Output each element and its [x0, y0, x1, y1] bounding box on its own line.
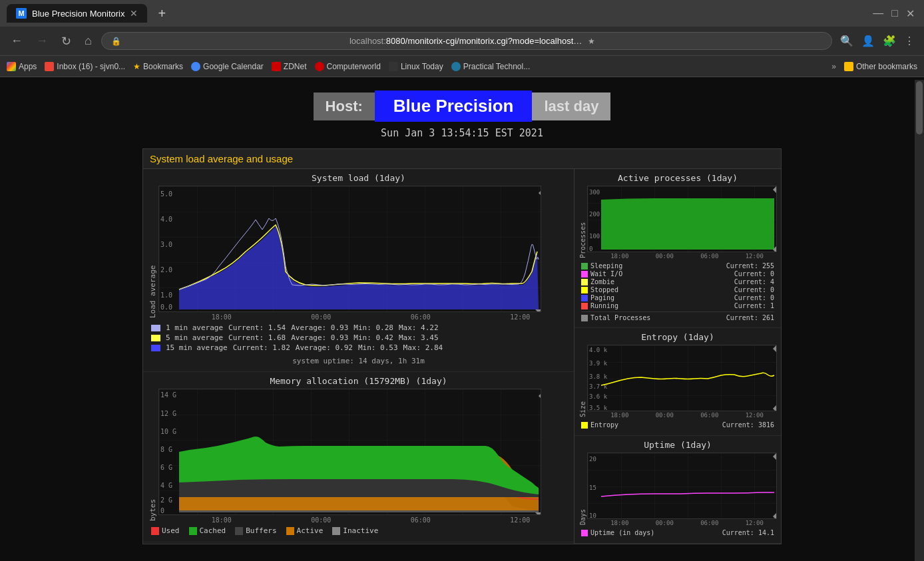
close-window-button[interactable]: ✕: [903, 5, 917, 23]
legend-15min-max: Max: 2.84: [403, 343, 443, 352]
memory-legend: Used Cached Buffers: [147, 524, 570, 538]
bookmark-apps[interactable]: Apps: [7, 62, 37, 71]
back-button[interactable]: ←: [7, 31, 27, 51]
scrollbar[interactable]: [915, 80, 924, 561]
folder-icon: [844, 62, 853, 71]
other-bookmarks[interactable]: Other bookmarks: [844, 62, 917, 71]
proc-total-label: Total Processes: [590, 314, 650, 321]
forward-button[interactable]: →: [32, 31, 52, 51]
svg-text:12 G: 12 G: [160, 410, 176, 417]
entropy-row: Entropy Current: 3816: [581, 421, 774, 429]
system-load-title: System load (1day): [147, 173, 570, 183]
tab-close-button[interactable]: ✕: [130, 8, 138, 19]
svg-text:10 G: 10 G: [160, 428, 176, 435]
svg-text:3.6 k: 3.6 k: [589, 393, 608, 400]
mem-active-color: [286, 527, 294, 535]
mem-legend-buffers: Buffers: [235, 526, 276, 535]
proc-running-row: Running Current: 1: [581, 302, 774, 309]
proc-x-0000: 00:00: [656, 253, 674, 260]
proc-zombie-row: Zombie Current: 4: [581, 278, 774, 285]
bookmark-cw[interactable]: Computerworld: [315, 62, 381, 71]
bookmark-linux[interactable]: Linux Today: [389, 62, 443, 71]
active-tab[interactable]: M Blue Precision Monitorix ✕: [7, 4, 147, 23]
mem-inactive-color: [332, 527, 340, 535]
proc-waitio-row: Wait I/O Current: 0: [581, 270, 774, 278]
legend-15min-color: [151, 345, 160, 351]
svg-text:1.0: 1.0: [160, 291, 172, 299]
bookmark-gcal[interactable]: Google Calendar: [191, 62, 264, 71]
entropy-color: [581, 422, 588, 429]
entropy-x-1800: 18:00: [610, 412, 628, 419]
dashboard: System load average and usage System loa…: [142, 148, 782, 544]
bookmarks-bar: Apps Inbox (16) - sjvn0... ★ Bookmarks G…: [0, 56, 924, 77]
section-title: System load average and usage: [143, 149, 781, 169]
bookmark-bookmarks[interactable]: ★ Bookmarks: [133, 62, 183, 71]
extensions-icon[interactable]: 🧩: [880, 32, 899, 50]
search-icon[interactable]: 🔍: [837, 32, 856, 50]
proc-sleeping-color: [581, 263, 588, 270]
host-period: last day: [532, 93, 610, 120]
mem-buffers-label: Buffers: [246, 526, 276, 535]
entropy-ylabel: Size: [578, 345, 587, 419]
mem-inactive-label: Inactive: [343, 526, 378, 535]
svg-text:6 G: 6 G: [160, 464, 172, 471]
svg-text:0: 0: [589, 246, 592, 252]
linux-icon: [389, 62, 398, 71]
maximize-button[interactable]: □: [889, 5, 901, 22]
entropy-chart: Entropy (1day) Size 4.0 k 3.9 k: [575, 328, 781, 436]
processes-svg: 300 200 100 0: [587, 186, 777, 252]
svg-text:3.5 k: 3.5 k: [589, 405, 608, 411]
processes-ylabel: Processes: [578, 186, 587, 260]
host-title: Host: Blue Precision last day: [314, 91, 611, 122]
minimize-button[interactable]: —: [870, 5, 886, 22]
active-processes-chart: Active processes (1day) Processes: [575, 169, 781, 328]
host-name: Blue Precision: [375, 91, 533, 122]
proc-x-0600: 06:00: [700, 253, 718, 260]
svg-text:2 G: 2 G: [160, 496, 172, 504]
mem-legend-used: Used: [151, 526, 180, 535]
new-tab-button[interactable]: +: [152, 6, 171, 21]
mem-x-1800: 18:00: [212, 516, 232, 524]
address-protocol: localhost:: [349, 36, 386, 46]
reload-button[interactable]: ↻: [57, 31, 75, 51]
system-load-legend: 1 min average Current: 1.54 Average: 0.9…: [147, 321, 570, 355]
legend-1min-current: Current: 1.54: [228, 323, 286, 332]
uptime-text: system uptime: 14 days, 1h 31m: [147, 355, 570, 367]
menu-icon[interactable]: ⋮: [901, 32, 917, 50]
proc-x-1200: 12:00: [746, 253, 764, 260]
proc-paging-row: Paging Current: 0: [581, 294, 774, 301]
bookmark-zdnet[interactable]: ZDNet: [272, 62, 307, 71]
svg-text:300: 300: [589, 189, 600, 196]
wp-icon: [451, 62, 461, 71]
uptime-x-1200: 12:00: [746, 520, 764, 526]
profile-icon[interactable]: 👤: [859, 32, 877, 50]
mem-used-color: [151, 527, 159, 535]
mem-legend-cached: Cached: [189, 526, 226, 535]
main-charts: System load (1day) Load average: [143, 169, 575, 544]
legend-15min-current: Current: 1.82: [233, 343, 290, 352]
entropy-svg: 4.0 k 3.9 k 3.8 k 3.7 k 3.6 k 3.5 k: [587, 345, 777, 411]
legend-5min-max: Max: 3.45: [399, 333, 439, 342]
section-body: System load (1day) Load average: [143, 169, 781, 544]
bookmarks-more[interactable]: »: [831, 62, 836, 71]
uptime-svg: 20 15 10: [587, 453, 777, 519]
bookmark-wp[interactable]: Practical Technol...: [451, 62, 531, 71]
home-button[interactable]: ⌂: [81, 31, 96, 51]
scrollbar-thumb[interactable]: [916, 81, 923, 134]
svg-text:14 G: 14 G: [160, 391, 176, 399]
system-load-ylabel: Load average: [147, 186, 158, 321]
address-bar[interactable]: 🔒 localhost:8080/monitorix-cgi/monitorix…: [101, 32, 832, 50]
svg-text:100: 100: [589, 233, 600, 240]
svg-text:3.8 k: 3.8 k: [589, 373, 608, 380]
bookmark-gmail[interactable]: Inbox (16) - sjvn0...: [45, 62, 125, 71]
address-text: localhost:8080/monitorix-cgi/monitorix.c…: [349, 36, 584, 46]
proc-stopped-row: Stopped Current: 0: [581, 286, 774, 293]
legend-1min-min: Min: 0.28: [353, 323, 393, 332]
entropy-x-1200: 12:00: [746, 412, 764, 419]
processes-legend: Sleeping Current: 255 Wait I/O Current: …: [578, 260, 777, 323]
memory-title: Memory allocation (15792MB) (1day): [147, 376, 570, 386]
host-header: Host: Blue Precision last day: [0, 91, 924, 122]
x-tick-1800: 18:00: [212, 313, 232, 321]
svg-text:3.9 k: 3.9 k: [589, 360, 608, 367]
svg-text:10: 10: [589, 512, 596, 519]
